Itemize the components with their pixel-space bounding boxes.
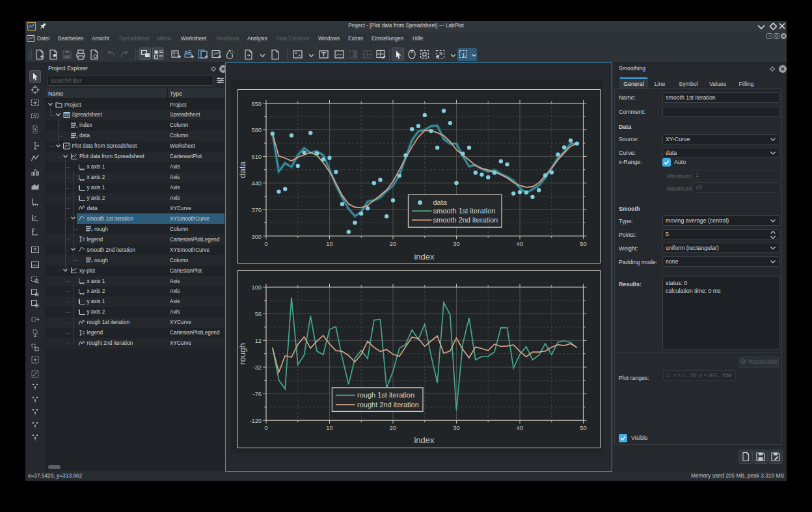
svg-text:30: 30 bbox=[453, 241, 459, 247]
svg-text:0: 0 bbox=[264, 425, 267, 431]
svg-text:0: 0 bbox=[264, 241, 267, 247]
svg-text:40: 40 bbox=[517, 241, 523, 247]
svg-text:data: data bbox=[433, 198, 448, 206]
svg-text:440: 440 bbox=[251, 180, 262, 187]
svg-text:rough 1st iteration: rough 1st iteration bbox=[357, 391, 414, 399]
svg-text:56: 56 bbox=[255, 311, 262, 317]
svg-text:370: 370 bbox=[251, 207, 262, 213]
svg-text:100: 100 bbox=[251, 284, 262, 291]
svg-text:20: 20 bbox=[390, 425, 396, 431]
svg-text:12: 12 bbox=[255, 338, 262, 344]
svg-text:650: 650 bbox=[251, 101, 262, 107]
svg-text:data: data bbox=[237, 161, 247, 178]
svg-text:-76: -76 bbox=[253, 391, 262, 397]
svg-text:40: 40 bbox=[517, 425, 523, 431]
svg-text:index: index bbox=[414, 252, 435, 262]
svg-text:smooth 2nd iteration: smooth 2nd iteration bbox=[433, 216, 498, 224]
svg-text:580: 580 bbox=[251, 127, 262, 133]
svg-text:300: 300 bbox=[251, 234, 262, 240]
svg-text:10: 10 bbox=[326, 241, 332, 247]
svg-text:-32: -32 bbox=[253, 364, 262, 371]
svg-text:20: 20 bbox=[390, 241, 396, 247]
svg-text:rought 2nd iteration: rought 2nd iteration bbox=[357, 401, 419, 409]
svg-text:1: 1 bbox=[462, 52, 465, 59]
svg-text:index: index bbox=[414, 435, 435, 445]
svg-text:-120: -120 bbox=[249, 418, 262, 424]
svg-text:10: 10 bbox=[326, 425, 332, 431]
svg-text:510: 510 bbox=[251, 154, 262, 160]
svg-text:50: 50 bbox=[580, 241, 586, 247]
svg-text:30: 30 bbox=[453, 425, 459, 431]
svg-text:50: 50 bbox=[580, 425, 586, 431]
svg-text:rough: rough bbox=[237, 343, 247, 364]
svg-text:smooth 1st iteration: smooth 1st iteration bbox=[433, 207, 496, 215]
